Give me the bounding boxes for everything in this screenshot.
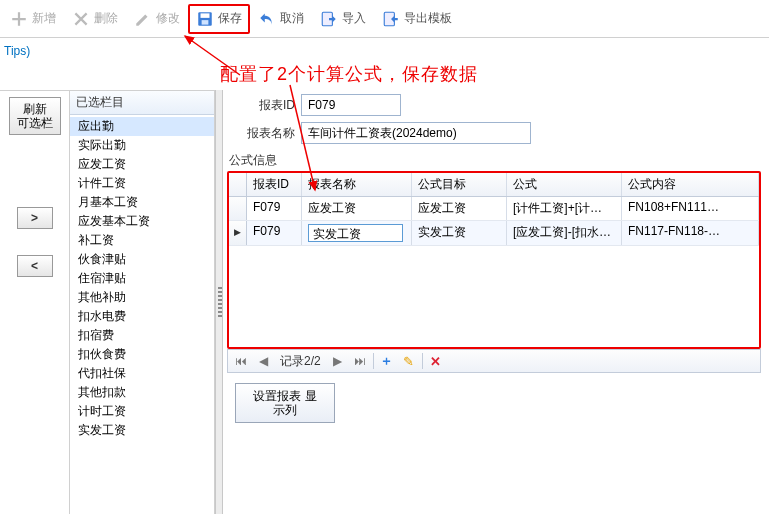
refresh-options-button[interactable]: 刷新 可选栏: [9, 97, 61, 135]
list-item[interactable]: 补工资: [70, 231, 214, 250]
list-item[interactable]: 其他补助: [70, 288, 214, 307]
list-item[interactable]: 扣水电费: [70, 307, 214, 326]
formula-group-title: 公式信息: [229, 152, 765, 169]
grid-header: 报表ID 报表名称 公式目标 公式 公式内容: [229, 173, 759, 197]
pencil-icon: [134, 10, 152, 28]
new-label: 新增: [32, 10, 56, 27]
list-item[interactable]: 住宿津贴: [70, 269, 214, 288]
delete-label: 删除: [94, 10, 118, 27]
list-item[interactable]: 计件工资: [70, 174, 214, 193]
delete-button[interactable]: 删除: [64, 4, 126, 34]
table-cell[interactable]: FN117-FN118-…: [622, 221, 759, 245]
undo-icon: [258, 10, 276, 28]
grid-header-target[interactable]: 公式目标: [412, 173, 507, 196]
cancel-label: 取消: [280, 10, 304, 27]
grid-header-formula[interactable]: 公式: [507, 173, 622, 196]
report-id-label: 报表ID: [223, 97, 301, 114]
record-navigator: ⏮ ◀ 记录2/2 ▶ ⏭ ＋ ✎ ✕: [227, 349, 761, 373]
left-controls: 刷新 可选栏 > <: [0, 90, 70, 514]
table-cell[interactable]: 应发工资: [302, 197, 412, 220]
table-cell[interactable]: [计件工资]+[计…: [507, 197, 622, 220]
selected-columns-title: 已选栏目: [70, 91, 214, 115]
report-id-input[interactable]: [301, 94, 401, 116]
table-row[interactable]: F079实发工资实发工资[应发工资]-[扣水…FN117-FN118-…: [229, 221, 759, 246]
display-col-line1: 设置报表 显: [236, 389, 334, 403]
list-item[interactable]: 伙食津贴: [70, 250, 214, 269]
list-item[interactable]: 应发工资: [70, 155, 214, 174]
table-row[interactable]: F079应发工资应发工资[计件工资]+[计…FN108+FN111…: [229, 197, 759, 221]
table-cell[interactable]: 应发工资: [412, 197, 507, 220]
list-item[interactable]: 计时工资: [70, 402, 214, 421]
plus-icon: [10, 10, 28, 28]
record-edit-button[interactable]: ✎: [400, 352, 418, 370]
list-item[interactable]: 其他扣款: [70, 383, 214, 402]
cancel-button[interactable]: 取消: [250, 4, 312, 34]
save-label: 保存: [218, 10, 242, 27]
record-sep: [373, 353, 374, 369]
tips-link[interactable]: Tips): [0, 38, 769, 64]
table-cell[interactable]: F079: [247, 221, 302, 245]
export-template-label: 导出模板: [404, 10, 452, 27]
refresh-line1: 刷新: [10, 102, 60, 116]
record-delete-button[interactable]: ✕: [427, 352, 445, 370]
import-icon: [320, 10, 338, 28]
table-cell[interactable]: [应发工资]-[扣水…: [507, 221, 622, 245]
grid-header-content[interactable]: 公式内容: [622, 173, 759, 196]
table-cell[interactable]: FN108+FN111…: [622, 197, 759, 220]
list-item[interactable]: 扣宿费: [70, 326, 214, 345]
formula-grid: 报表ID 报表名称 公式目标 公式 公式内容 F079应发工资应发工资[计件工资…: [227, 171, 761, 349]
annotation-text: 配置了2个计算公式，保存数据: [220, 62, 478, 86]
table-cell[interactable]: F079: [247, 197, 302, 220]
main-toolbar: 新增 删除 修改 保存 取消 导入 导出模板: [0, 0, 769, 38]
move-right-button[interactable]: >: [17, 207, 53, 229]
report-name-label: 报表名称: [223, 125, 301, 142]
record-next-button[interactable]: ▶: [329, 352, 347, 370]
export-template-button[interactable]: 导出模板: [374, 4, 460, 34]
refresh-line2: 可选栏: [10, 116, 60, 130]
record-prev-button[interactable]: ◀: [254, 352, 272, 370]
edit-label: 修改: [156, 10, 180, 27]
grid-header-rownum: [229, 173, 247, 196]
svg-rect-1: [201, 13, 210, 18]
record-sep2: [422, 353, 423, 369]
new-button[interactable]: 新增: [2, 4, 64, 34]
list-item[interactable]: 代扣社保: [70, 364, 214, 383]
list-item[interactable]: 实发工资: [70, 421, 214, 440]
svg-rect-2: [202, 20, 209, 25]
export-icon: [382, 10, 400, 28]
import-button[interactable]: 导入: [312, 4, 374, 34]
row-indicator: [229, 197, 247, 220]
report-name-input[interactable]: [301, 122, 531, 144]
selected-columns-list[interactable]: 应出勤实际出勤应发工资计件工资月基本工资应发基本工资补工资伙食津贴住宿津贴其他补…: [70, 115, 214, 514]
grid-header-name[interactable]: 报表名称: [302, 173, 412, 196]
row-indicator: [229, 221, 247, 245]
record-last-button[interactable]: ⏭: [351, 352, 369, 370]
grid-body[interactable]: F079应发工资应发工资[计件工资]+[计…FN108+FN111…F079实发…: [229, 197, 759, 347]
display-col-line2: 示列: [236, 403, 334, 417]
grid-header-id[interactable]: 报表ID: [247, 173, 302, 196]
list-item[interactable]: 扣伙食费: [70, 345, 214, 364]
list-item[interactable]: 实际出勤: [70, 136, 214, 155]
record-position: 记录2/2: [276, 353, 325, 370]
edit-button[interactable]: 修改: [126, 4, 188, 34]
list-item[interactable]: 应出勤: [70, 117, 214, 136]
table-cell[interactable]: 实发工资: [412, 221, 507, 245]
x-icon: [72, 10, 90, 28]
move-left-button[interactable]: <: [17, 255, 53, 277]
splitter-handle[interactable]: [215, 90, 223, 514]
import-label: 导入: [342, 10, 366, 27]
selected-columns-panel: 已选栏目 应出勤实际出勤应发工资计件工资月基本工资应发基本工资补工资伙食津贴住宿…: [70, 90, 215, 514]
record-add-button[interactable]: ＋: [378, 352, 396, 370]
list-item[interactable]: 月基本工资: [70, 193, 214, 212]
table-cell[interactable]: 实发工资: [302, 221, 412, 245]
record-first-button[interactable]: ⏮: [232, 352, 250, 370]
set-display-columns-button[interactable]: 设置报表 显 示列: [235, 383, 335, 423]
save-icon: [196, 10, 214, 28]
save-button[interactable]: 保存: [188, 4, 250, 34]
right-content: 报表ID 报表名称 公式信息 报表ID 报表名称 公式目标 公式 公式内容 F0…: [223, 90, 765, 514]
list-item[interactable]: 应发基本工资: [70, 212, 214, 231]
